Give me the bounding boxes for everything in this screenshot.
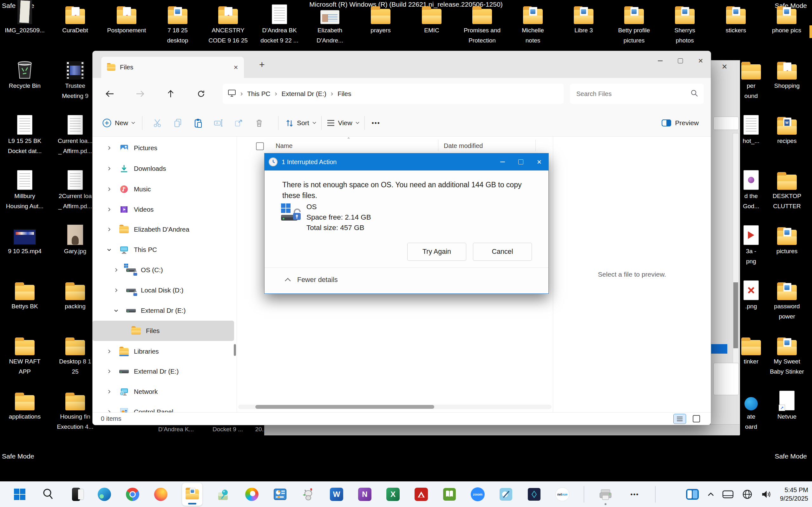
desktop-icon-curadebt[interactable]: CuraDebt bbox=[51, 0, 99, 36]
desktop-icon-ancestry[interactable]: ANCESTRYCODE 9 16 25 bbox=[204, 0, 252, 46]
sidebar-item-downloads[interactable]: Downloads bbox=[93, 158, 234, 179]
window-close-button[interactable]: ✕ bbox=[691, 51, 711, 71]
taskbar-acrobat-icon[interactable] bbox=[414, 487, 428, 501]
desktop-icon-postponement[interactable]: Postponement bbox=[103, 0, 150, 36]
desktop-icon-stickers[interactable]: stickers bbox=[712, 0, 760, 36]
taskbar-copilot-icon[interactable] bbox=[245, 487, 259, 501]
preview-toggle-button[interactable]: Preview bbox=[662, 119, 699, 127]
taskbar-design-icon[interactable] bbox=[499, 487, 513, 501]
expand-chevron-icon[interactable] bbox=[105, 247, 113, 252]
desktop-icon-d-andrea-bk[interactable]: D'Andrea BKdocket 9 22 ... bbox=[256, 0, 303, 46]
sidebar-item-local-disk-d[interactable]: Local Disk (D:) bbox=[93, 280, 234, 300]
desktop-icon-michelle[interactable]: Michellenotes bbox=[509, 0, 557, 46]
expand-chevron-icon[interactable] bbox=[105, 146, 113, 150]
delete-button[interactable] bbox=[251, 115, 267, 131]
taskbar-explorer-icon[interactable] bbox=[182, 483, 202, 506]
desktop-icon-pictures[interactable]: pictures bbox=[763, 217, 811, 257]
new-tab-button[interactable]: + bbox=[259, 59, 265, 70]
desktop-icon-emic[interactable]: EMIC bbox=[408, 0, 455, 36]
desktop-icon-recipes[interactable]: recipes bbox=[763, 107, 811, 146]
desktop-icon-applications[interactable]: applications bbox=[1, 383, 49, 422]
desktop-icon-desktop[interactable]: DESKTOPCLUTTER bbox=[763, 162, 811, 211]
up-button[interactable] bbox=[162, 85, 180, 103]
desktop-icon-shopping[interactable]: Shopping bbox=[763, 52, 811, 91]
taskbar-chrome-icon[interactable] bbox=[125, 487, 140, 501]
window-maximize-button[interactable] bbox=[670, 51, 691, 71]
taskbar-portfolio-icon[interactable] bbox=[527, 487, 541, 501]
taskbar-edge-icon[interactable] bbox=[97, 487, 111, 501]
background-window-scrollbar-thumb[interactable] bbox=[733, 282, 738, 348]
search-input[interactable] bbox=[576, 90, 691, 98]
expand-chevron-icon[interactable] bbox=[112, 308, 120, 313]
sidebar-item-control-panel[interactable]: Control Panel bbox=[93, 402, 234, 412]
desktop-icon-bettys-bk[interactable]: Bettys BK bbox=[1, 272, 49, 312]
expand-chevron-icon[interactable] bbox=[105, 369, 113, 374]
volume-icon[interactable] bbox=[761, 490, 772, 499]
touchpad-icon[interactable] bbox=[722, 490, 734, 499]
taskbar-chart-icon[interactable] bbox=[273, 487, 287, 501]
horizontal-scrollbar[interactable] bbox=[238, 405, 552, 409]
view-button[interactable]: View bbox=[327, 119, 359, 127]
sidebar-item-external-dr-e[interactable]: External Dr (E:) bbox=[93, 361, 234, 382]
sidebar-item-os-c[interactable]: OS (C:) bbox=[93, 260, 234, 280]
desktop-icon-9-10-25-mp4[interactable]: 9 10 25.mp4 bbox=[1, 217, 49, 257]
expand-chevron-icon[interactable] bbox=[105, 187, 113, 191]
desktop-icon-my-sweet[interactable]: My SweetBaby Stinker bbox=[763, 327, 811, 377]
network-globe-icon[interactable] bbox=[742, 489, 753, 500]
expand-chevron-icon[interactable] bbox=[112, 288, 120, 292]
taskbar-search-icon[interactable] bbox=[41, 487, 55, 501]
desktop-icon-netvue[interactable]: Netvue bbox=[763, 383, 811, 422]
sidebar-item-elizabeth-d-andrea[interactable]: Elizabeth D'Andrea bbox=[93, 219, 234, 239]
expand-chevron-icon[interactable] bbox=[105, 389, 113, 394]
desktop-icon-desktop-8-1[interactable]: Desktop 8 125 bbox=[51, 327, 99, 377]
search-box[interactable] bbox=[570, 83, 704, 104]
rename-button[interactable]: A bbox=[210, 115, 227, 131]
sidebar-item-external-dr-e[interactable]: External Dr (E:) bbox=[93, 300, 234, 321]
desktop-icon-phone-pics[interactable]: phone pics bbox=[763, 0, 810, 36]
taskbar-word-icon[interactable]: W bbox=[329, 487, 344, 501]
desktop-icon-elizabeth[interactable]: ElizabethD'Andre... bbox=[306, 0, 354, 46]
breadcrumb-item-files[interactable]: Files bbox=[338, 90, 351, 97]
large-thumbnails-view-toggle[interactable] bbox=[690, 414, 703, 424]
column-header-name[interactable]: Name bbox=[275, 142, 293, 150]
new-button[interactable]: New bbox=[102, 118, 135, 128]
desktop-icon-password[interactable]: passwordpower bbox=[763, 272, 811, 322]
expand-chevron-icon[interactable] bbox=[105, 207, 113, 212]
taskbar-firefox-icon[interactable] bbox=[154, 487, 168, 501]
refresh-button[interactable] bbox=[192, 85, 210, 103]
taskbar-zoom-icon[interactable]: zoom bbox=[471, 487, 485, 501]
desktop-icon-current-loa[interactable]: Current loa..._ Affirm.pd... bbox=[51, 107, 99, 156]
taskbar-clock[interactable]: 5:45 PM 9/25/2025 bbox=[780, 486, 808, 503]
expand-chevron-icon[interactable] bbox=[105, 349, 113, 354]
paste-button[interactable] bbox=[190, 115, 206, 131]
sidebar-item-pictures[interactable]: Pictures bbox=[93, 138, 234, 158]
desktop-icon-promises-and[interactable]: Promises andProtection bbox=[458, 0, 506, 46]
expand-chevron-icon[interactable] bbox=[105, 166, 113, 171]
taskbar-onenote-icon[interactable]: N bbox=[358, 487, 372, 501]
breadcrumb-item-external-dr-e[interactable]: External Dr (E:) bbox=[282, 90, 326, 97]
explorer-tab-files[interactable]: Files ✕ bbox=[101, 57, 244, 78]
cut-button[interactable] bbox=[149, 115, 166, 131]
taskbar-phone-icon[interactable] bbox=[69, 487, 83, 501]
dialog-maximize-button[interactable] bbox=[512, 153, 530, 170]
desktop-icon-millbury[interactable]: MillburyHousing Aut... bbox=[1, 162, 49, 211]
desktop-icon-new-raft[interactable]: NEW RAFTAPP bbox=[1, 327, 49, 377]
search-icon[interactable] bbox=[691, 89, 698, 98]
sidebar-item-libraries[interactable]: Libraries bbox=[93, 341, 234, 361]
share-button[interactable] bbox=[231, 115, 247, 131]
sidebar-item-videos[interactable]: Videos bbox=[93, 199, 234, 220]
fewer-details-toggle[interactable]: Fewer details bbox=[285, 271, 338, 288]
copy-button[interactable] bbox=[170, 115, 186, 131]
back-button[interactable] bbox=[101, 85, 119, 103]
tab-close-icon[interactable]: ✕ bbox=[234, 64, 238, 71]
desktop-icon-recycle-bin[interactable]: Recycle Bin bbox=[1, 52, 49, 91]
show-hidden-icons-chevron[interactable] bbox=[708, 492, 714, 497]
breadcrumb-item-this-pc[interactable]: This PC bbox=[247, 90, 270, 97]
select-all-checkbox[interactable] bbox=[256, 142, 264, 150]
sidebar-item-music[interactable]: Music bbox=[93, 179, 234, 199]
taskbar-excel-icon[interactable]: X bbox=[386, 487, 400, 501]
expand-chevron-icon[interactable] bbox=[112, 268, 120, 272]
widgets-icon[interactable] bbox=[686, 488, 699, 500]
cancel-button[interactable]: Cancel bbox=[473, 243, 532, 261]
dialog-minimize-button[interactable] bbox=[493, 153, 512, 170]
